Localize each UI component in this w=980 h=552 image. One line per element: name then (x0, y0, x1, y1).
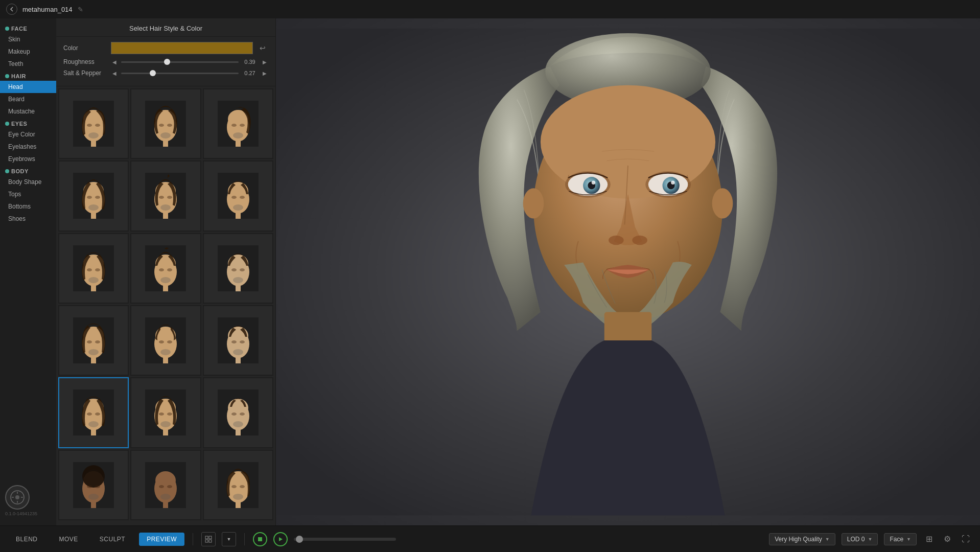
back-button[interactable] (6, 4, 17, 15)
svg-point-56 (160, 277, 171, 283)
svg-point-84 (233, 349, 243, 355)
hair-style-item[interactable] (203, 160, 273, 231)
timeline-track[interactable] (294, 538, 396, 541)
hair-section-header: HAIR (0, 70, 56, 81)
roughness-track[interactable] (121, 61, 239, 63)
edit-icon[interactable]: ✎ (78, 6, 83, 13)
viewport[interactable] (276, 18, 980, 525)
hair-style-item[interactable] (130, 160, 201, 231)
svg-point-112 (95, 485, 100, 488)
document-title: metahuman_014 (22, 6, 73, 13)
svg-point-126 (240, 485, 245, 488)
fullscreen-icon[interactable]: ⛶ (960, 533, 972, 545)
lod-dropdown[interactable]: LOD 0 ▼ (842, 533, 878, 545)
viewport-layout-button[interactable] (201, 532, 216, 546)
svg-rect-57 (163, 284, 168, 291)
main-area: FACE Skin Makeup Teeth HAIR Head Beard M… (0, 18, 980, 525)
hair-style-item[interactable] (203, 233, 273, 304)
hair-style-item[interactable] (130, 377, 201, 448)
hair-style-item[interactable] (203, 450, 273, 520)
svg-point-14 (160, 132, 171, 139)
settings-icon[interactable]: ⚙ (941, 533, 953, 545)
hair-style-item[interactable] (130, 233, 201, 304)
sculpt-button[interactable]: SCULPT (92, 533, 133, 546)
sidebar-item-eyelashes[interactable]: Eyelashes (0, 141, 56, 153)
sidebar-item-head[interactable]: Head (0, 81, 56, 93)
toolbar-separator-1 (193, 533, 193, 545)
blend-button[interactable]: BLEND (8, 533, 45, 546)
hair-style-item[interactable] (58, 305, 129, 376)
svg-point-118 (159, 485, 164, 488)
sidebar-item-eyebrows[interactable]: Eyebrows (0, 153, 56, 165)
sidebar: FACE Skin Makeup Teeth HAIR Head Beard M… (0, 18, 56, 525)
svg-point-76 (167, 340, 172, 343)
svg-point-77 (160, 349, 171, 355)
sidebar-item-bottoms[interactable]: Bottoms (0, 200, 56, 213)
hair-style-grid (56, 86, 275, 525)
svg-rect-50 (91, 284, 96, 291)
salt-pepper-decrease-button[interactable]: ◀ (111, 70, 118, 77)
hair-style-item[interactable] (58, 450, 129, 520)
move-button[interactable]: MOVE (52, 533, 86, 546)
hair-style-item[interactable] (58, 160, 129, 231)
hair-style-item[interactable] (203, 88, 273, 159)
hair-style-item[interactable] (58, 233, 129, 304)
svg-rect-64 (236, 284, 241, 291)
svg-rect-15 (163, 139, 168, 147)
chevron-down-icon[interactable]: ▼ (222, 532, 236, 546)
sidebar-item-mustache[interactable]: Mustache (0, 105, 56, 118)
svg-point-19 (231, 124, 237, 127)
sidebar-item-teeth[interactable]: Teeth (0, 58, 56, 70)
hair-style-item[interactable] (130, 450, 201, 520)
svg-point-27 (95, 196, 100, 199)
sidebar-item-makeup[interactable]: Makeup (0, 45, 56, 58)
play-button[interactable] (273, 532, 288, 546)
roughness-thumb[interactable] (164, 59, 170, 65)
svg-point-125 (231, 485, 237, 488)
hair-style-item[interactable] (130, 305, 201, 376)
sidebar-item-beard[interactable]: Beard (0, 93, 56, 105)
svg-point-111 (87, 485, 92, 488)
svg-point-98 (160, 421, 171, 427)
svg-point-120 (160, 494, 171, 500)
svg-marker-153 (279, 537, 283, 541)
hair-style-item[interactable] (58, 88, 129, 159)
roughness-increase-button[interactable]: ▶ (261, 58, 268, 65)
svg-point-12 (159, 124, 164, 127)
svg-rect-99 (163, 428, 168, 435)
grid-icon[interactable]: ⊞ (923, 533, 935, 545)
color-reset-button[interactable]: ↩ (257, 42, 268, 54)
roughness-decrease-button[interactable]: ◀ (111, 58, 118, 65)
svg-point-7 (88, 132, 99, 139)
salt-pepper-track[interactable] (121, 73, 239, 74)
hair-style-item[interactable] (203, 377, 273, 448)
hair-style-item[interactable] (203, 305, 273, 376)
salt-pepper-increase-button[interactable]: ▶ (261, 70, 268, 77)
quality-dropdown[interactable]: Very High Quality ▼ (769, 533, 835, 545)
hair-style-item[interactable] (130, 88, 201, 159)
hair-style-item[interactable] (58, 377, 129, 448)
stop-button[interactable] (253, 532, 267, 546)
sidebar-item-shoes[interactable]: Shoes (0, 213, 56, 225)
svg-point-60 (228, 255, 248, 273)
lod-chevron-icon: ▼ (868, 537, 872, 542)
quality-label: Very High Quality (775, 536, 822, 543)
sidebar-item-skin[interactable]: Skin (0, 33, 56, 45)
view-dropdown[interactable]: Face ▼ (884, 533, 917, 545)
svg-point-6 (95, 124, 100, 127)
svg-point-34 (167, 196, 172, 199)
salt-pepper-thumb[interactable] (150, 70, 156, 76)
sidebar-item-tops[interactable]: Tops (0, 188, 56, 200)
svg-point-39 (228, 182, 248, 200)
color-swatch[interactable] (111, 42, 253, 54)
sidebar-item-body-shape[interactable]: Body Shape (0, 176, 56, 188)
preview-button[interactable]: PREVIEW (139, 533, 184, 546)
sidebar-item-eye-color[interactable]: Eye Color (0, 128, 56, 141)
timeline-playhead[interactable] (296, 536, 303, 543)
hair-panel: Select Hair Style & Color Color ↩ Roughn… (56, 18, 276, 525)
view-chevron-icon: ▼ (906, 537, 911, 542)
color-control-row: Color ↩ (63, 42, 268, 54)
svg-point-42 (233, 204, 243, 211)
svg-rect-106 (236, 428, 241, 435)
svg-point-144 (632, 236, 647, 245)
